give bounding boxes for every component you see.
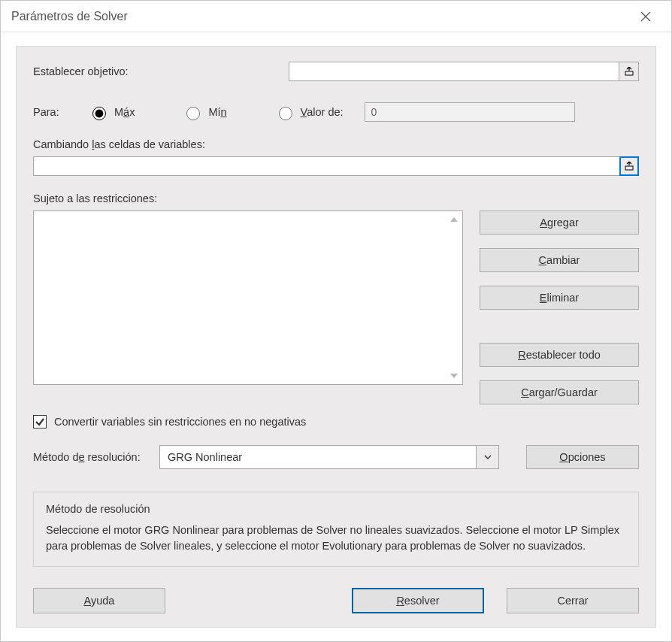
radio-min-label: Mín (208, 106, 226, 118)
objective-type-row: Para: Máx Mín Valor de: (33, 102, 639, 122)
svg-rect-2 (625, 71, 633, 75)
method-label: Método de resolución: (33, 451, 150, 463)
svg-rect-3 (625, 166, 633, 170)
scroll-hints (449, 214, 459, 381)
change-button[interactable]: Cambiar (480, 248, 639, 272)
help-box-title: Método de resolución (46, 503, 626, 515)
nonneg-label: Convertir variables sin restricciones en… (54, 416, 306, 428)
delete-button[interactable]: Eliminar (480, 286, 639, 310)
changing-input[interactable] (34, 157, 620, 175)
radio-value-of[interactable]: Valor de: (275, 104, 344, 120)
objective-input[interactable] (289, 62, 619, 80)
changing-input-wrap (33, 156, 639, 176)
collapse-icon[interactable] (619, 156, 639, 176)
chevron-up-icon (449, 214, 459, 225)
constraints-label: Sujeto a las restricciones: (33, 192, 639, 204)
nonneg-checkbox[interactable] (33, 415, 47, 429)
nonneg-row[interactable]: Convertir variables sin restricciones en… (33, 415, 639, 429)
chevron-down-icon (449, 371, 459, 381)
constraint-buttons: Agregar Cambiar Eliminar Restablecer tod… (480, 210, 639, 404)
add-button[interactable]: Agregar (480, 210, 639, 235)
solve-button[interactable]: Resolver (352, 588, 484, 613)
chevron-down-icon[interactable] (476, 446, 498, 468)
window-title: Parámetros de Solver (11, 10, 128, 23)
solver-dialog: Parámetros de Solver Establecer objetivo… (0, 0, 672, 642)
dialog-body: Establecer objetivo: Para: Máx Mín Valor (16, 46, 656, 628)
dialog-footer: Ayuda Resolver Cerrar (33, 588, 639, 613)
close-icon[interactable] (631, 2, 661, 32)
method-help-box: Método de resolución Seleccione el motor… (33, 492, 639, 567)
reset-all-button[interactable]: Restablecer todo (480, 343, 639, 367)
load-save-button[interactable]: Cargar/Guardar (480, 380, 639, 404)
method-select[interactable]: GRG Nonlinear (159, 445, 499, 469)
value-of-input[interactable] (365, 102, 575, 122)
options-button[interactable]: Opciones (526, 445, 639, 469)
changing-section: Cambiando las celdas de variables: (33, 138, 639, 176)
close-button[interactable]: Cerrar (507, 588, 639, 613)
objective-row: Establecer objetivo: (33, 62, 639, 81)
radio-value-of-input[interactable] (279, 107, 292, 120)
help-box-text: Seleccione el motor GRG Nonlinear para p… (46, 522, 626, 554)
constraints-section: Sujeto a las restricciones: Agregar Camb… (33, 192, 639, 404)
objective-label: Establecer objetivo: (33, 65, 289, 77)
objective-input-wrap (289, 62, 639, 81)
radio-max-input[interactable] (92, 107, 106, 120)
changing-label: Cambiando las celdas de variables: (33, 138, 639, 150)
titlebar: Parámetros de Solver (1, 1, 671, 32)
radio-min-input[interactable] (186, 107, 200, 120)
help-button[interactable]: Ayuda (33, 588, 165, 613)
radio-max[interactable]: Máx (89, 104, 135, 120)
radio-value-of-label: Valor de: (301, 106, 344, 118)
method-row: Método de resolución: GRG Nonlinear Opci… (33, 445, 639, 469)
para-label: Para: (33, 106, 89, 118)
constraints-area: Agregar Cambiar Eliminar Restablecer tod… (33, 210, 639, 404)
constraints-listbox[interactable] (33, 210, 463, 385)
method-selected-value: GRG Nonlinear (160, 451, 476, 463)
radio-max-label: Máx (114, 106, 135, 118)
radio-min[interactable]: Mín (183, 104, 226, 120)
collapse-icon[interactable] (619, 62, 638, 80)
